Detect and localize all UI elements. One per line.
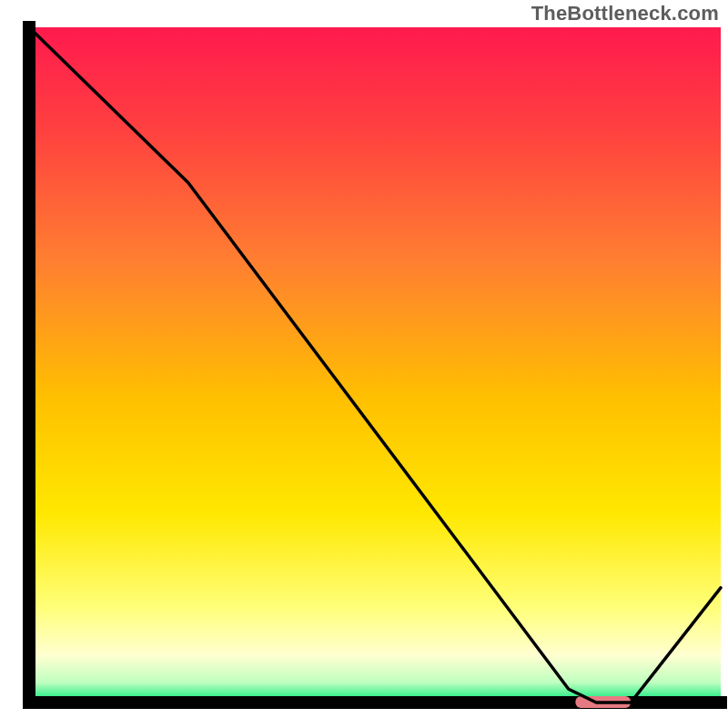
chart-svg (0, 0, 728, 728)
chart-container: TheBottleneck.com (0, 0, 728, 728)
watermark-text: TheBottleneck.com (531, 2, 719, 25)
